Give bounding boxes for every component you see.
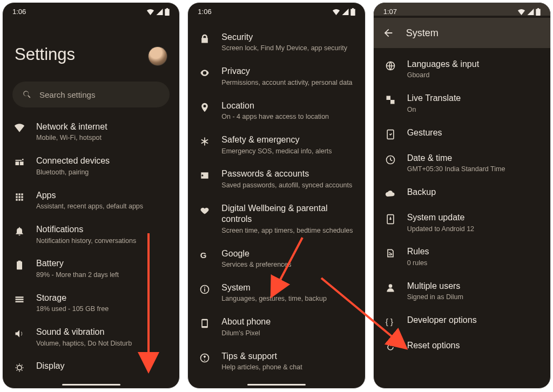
settings-item-sound-vibration[interactable]: Sound & vibrationVolume, haptics, Do Not… [3, 320, 179, 354]
item-title: Reset options [407, 340, 539, 351]
phone-screen-settings: 1:06 Settings Search settings Network & … [2, 2, 180, 389]
item-title: Connected devices [36, 156, 168, 166]
svg-text:G: G [200, 251, 207, 260]
item-title: Display [36, 361, 168, 371]
asterisk-icon [199, 134, 211, 147]
item-subtitle: Mobile, Wi-Fi, hotspot [36, 133, 168, 143]
status-time: 1:06 [12, 8, 26, 16]
battery-icon [165, 8, 170, 16]
item-title: Languages & input [407, 59, 539, 70]
cloud-icon [385, 187, 396, 199]
item-subtitle: Bluetooth, pairing [36, 168, 168, 177]
settings-item-live-translate[interactable]: Live TranslateOn [374, 86, 550, 120]
item-title: Battery [36, 258, 168, 269]
item-title: Live Translate [407, 93, 539, 104]
settings-item-tips-support[interactable]: Tips & supportHelp articles, phone & cha… [188, 344, 365, 379]
item-subtitle: Services & preferences [221, 260, 354, 269]
gestures-icon [385, 127, 396, 140]
wifi-icon [332, 9, 340, 15]
settings-item-google[interactable]: GGoogleServices & preferences [188, 242, 365, 276]
settings-item-languages-input[interactable]: Languages & inputGboard [374, 52, 550, 86]
privacy-icon [199, 66, 211, 78]
item-subtitle: On - 4 apps have access to location [221, 112, 354, 121]
item-title: Notifications [36, 224, 168, 235]
battery-icon [14, 258, 25, 271]
settings-item-storage[interactable]: Storage18% used - 105 GB free [3, 286, 179, 320]
item-subtitle: Saved passwords, autofill, synced accoun… [221, 181, 354, 190]
settings-item-gestures[interactable]: Gestures [374, 121, 550, 146]
settings-item-passwords-accounts[interactable]: Passwords & accountsSaved passwords, aut… [188, 162, 365, 196]
settings-item-backup[interactable]: Backup [374, 180, 550, 206]
status-bar: 1:06 [188, 3, 365, 18]
app-bar: System [374, 18, 550, 48]
devices-icon [14, 156, 25, 168]
settings-item-date-time[interactable]: Date & timeGMT+05:30 India Standard Time [374, 146, 550, 180]
settings-item-location[interactable]: LocationOn - 4 apps have access to locat… [188, 94, 365, 128]
settings-item-rules[interactable]: Rules0 rules [374, 240, 550, 274]
google-icon: G [199, 248, 211, 261]
item-subtitle: On [407, 105, 539, 114]
settings-item-privacy[interactable]: PrivacyPermissions, account activity, pe… [188, 59, 365, 93]
settings-item-security[interactable]: SecurityScreen lock, Find My Device, app… [188, 25, 365, 59]
settings-item-system[interactable]: SystemLanguages, gestures, time, backup [188, 276, 365, 310]
page-title: Settings [15, 45, 167, 64]
settings-item-notifications[interactable]: NotificationsNotification history, conve… [3, 218, 179, 252]
signal-icon [156, 9, 163, 15]
settings-item-multiple-users[interactable]: Multiple usersSigned in as Dilum [374, 274, 550, 308]
settings-item-connected-devices[interactable]: Connected devicesBluetooth, pairing [3, 149, 179, 183]
settings-list: SecurityScreen lock, Find My Device, app… [188, 18, 365, 379]
settings-list: Network & internetMobile, Wi-Fi, hotspot… [3, 113, 179, 380]
settings-item-reset-options[interactable]: Reset options [374, 334, 550, 359]
item-title: Tips & support [221, 351, 354, 362]
settings-item-safety-emergency[interactable]: Safety & emergencyEmergency SOS, medical… [188, 128, 365, 162]
settings-item-battery[interactable]: Battery89% - More than 2 days left [3, 252, 179, 286]
nav-indicator[interactable] [62, 384, 120, 386]
item-subtitle: Dilum's Pixel [221, 329, 354, 338]
item-title: Apps [36, 190, 168, 201]
status-time: 1:07 [383, 8, 397, 16]
item-subtitle: Screen lock, Find My Device, app securit… [221, 44, 354, 53]
users-icon [385, 281, 396, 293]
settings-item-system-update[interactable]: System updateUpdated to Android 12 [374, 206, 550, 240]
item-title: Date & time [407, 153, 539, 164]
item-title: Gestures [407, 127, 539, 138]
status-icons [517, 8, 541, 16]
item-title: Rules [407, 246, 539, 257]
info-icon [199, 282, 211, 295]
search-input[interactable]: Search settings [12, 82, 170, 107]
item-subtitle: Help articles, phone & chat [221, 363, 354, 372]
settings-item-digital-wellbeing-parental-controls[interactable]: Digital Wellbeing & parental controlsScr… [188, 197, 365, 242]
lock-icon [199, 32, 211, 44]
settings-item-network-internet[interactable]: Network & internetMobile, Wi-Fi, hotspot [3, 115, 179, 149]
item-subtitle: Assistant, recent apps, default apps [36, 202, 168, 211]
item-subtitle: Gboard [407, 71, 539, 80]
battery-icon [536, 8, 541, 16]
item-title: Safety & emergency [221, 134, 354, 145]
status-time: 1:06 [198, 8, 211, 16]
settings-item-display[interactable]: Display [3, 354, 179, 380]
location-icon [199, 100, 211, 113]
tips-icon [199, 351, 211, 363]
display-icon [14, 361, 25, 373]
svg-text:{ }: { } [385, 317, 393, 326]
item-subtitle: 0 rules [407, 259, 539, 268]
settings-item-apps[interactable]: AppsAssistant, recent apps, default apps [3, 184, 179, 218]
settings-item-about-phone[interactable]: About phoneDilum's Pixel [188, 310, 365, 344]
settings-item-developer-options[interactable]: { }Developer options [374, 308, 550, 334]
search-placeholder: Search settings [39, 90, 95, 99]
item-title: Developer options [407, 315, 539, 326]
nav-indicator[interactable] [247, 384, 306, 386]
wifi-icon [517, 9, 525, 15]
wifi-icon [146, 9, 154, 15]
phone-icon [199, 316, 211, 329]
item-subtitle: Permissions, account activity, personal … [221, 78, 354, 87]
clock-icon [385, 153, 396, 165]
key-icon [199, 168, 211, 181]
sound-icon [14, 327, 25, 339]
item-subtitle: Emergency SOS, medical info, alerts [221, 147, 354, 156]
item-subtitle: Signed in as Dilum [407, 293, 539, 302]
signal-icon [527, 9, 534, 15]
back-icon[interactable] [382, 27, 394, 39]
item-title: About phone [221, 316, 354, 327]
signal-icon [342, 9, 349, 15]
